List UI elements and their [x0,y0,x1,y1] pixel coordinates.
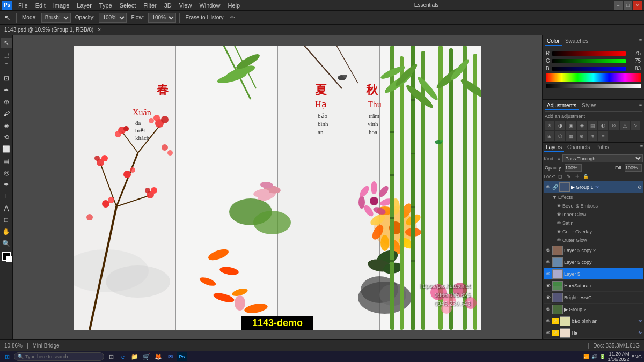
color-spectrum[interactable] [546,73,641,82]
layer5-copy[interactable]: 👁 Layer 5 copy [544,256,643,268]
close-button[interactable]: × [633,1,642,10]
r-bar[interactable] [552,51,626,56]
layer-vis[interactable]: 👁 [545,306,551,313]
lock-all-icon[interactable]: 🔒 [582,173,590,180]
gradient-tool[interactable]: ▤ [1,156,12,166]
photoshop-icon[interactable]: Ps [177,352,187,361]
healing-tool[interactable]: ⊕ [1,97,12,107]
menu-window[interactable]: Window [196,2,223,9]
mail-icon[interactable]: ✉ [165,352,175,361]
bevel-emboss-effect[interactable]: 👁Bevel & Emboss [544,202,643,210]
group2-layer[interactable]: 👁 ▶Group 2 [544,304,643,315]
ha-layer[interactable]: 👁 ⚠ Hạ fx [544,327,643,339]
paths-tab[interactable]: Paths [593,144,611,152]
fill-input[interactable] [625,164,642,172]
hand-tool[interactable]: ✋ [1,226,12,237]
exposure-adj-icon[interactable]: ▤ [588,121,597,130]
outer-glow-effect[interactable]: 👁Outer Glow [544,236,643,245]
type-tool[interactable]: T [1,191,12,202]
b-bar[interactable] [552,67,626,71]
opacity-input[interactable] [565,164,582,172]
menu-layer[interactable]: Layer [74,2,95,9]
taskbar-search-box[interactable]: 🔍 [14,352,104,361]
g-bar[interactable] [552,59,626,63]
kind-icon[interactable]: ≡ [558,156,560,161]
mini-bridge-label[interactable]: Mini Bridge [33,343,60,349]
layer-vis[interactable]: 👁 [545,271,551,277]
group1-b-layer[interactable]: 👁 ▶Group 1 [544,339,643,339]
menu-file[interactable]: File [15,2,31,9]
black-white-adj-icon[interactable]: ∿ [631,121,640,130]
lock-transparent-icon[interactable]: ◻ [557,173,564,180]
opacity-dropdown[interactable]: 100% [99,13,127,23]
menu-view[interactable]: View [176,2,195,9]
group1-layer[interactable]: 👁 🔗 ▶Group 1 fx ⚙ [544,181,643,193]
color-brightness[interactable] [546,84,641,88]
threshold-adj-icon[interactable]: ≡ [598,131,608,141]
lock-paint-icon[interactable]: ✎ [565,173,573,180]
layers-menu[interactable]: ≡ [640,144,643,152]
edge-icon[interactable]: e [118,352,128,361]
swatches-tab[interactable]: Swatches [563,38,590,46]
foreground-color[interactable] [2,252,11,261]
color-tab[interactable]: Color [545,38,562,46]
flow-dropdown[interactable]: 100% [148,13,176,23]
tool-arrow[interactable]: ↖ [2,12,13,23]
zoom-tool[interactable]: 🔍 [1,238,12,249]
task-view-icon[interactable]: ⊡ [106,352,116,361]
layers-tab[interactable]: Layers [544,144,564,152]
channel-mixer-adj-icon[interactable]: ⬡ [555,131,565,141]
menu-edit[interactable]: Edit [32,2,49,9]
color-lookup-adj-icon[interactable]: ▦ [566,131,576,141]
select-tool[interactable]: ⬚ [1,49,12,60]
layer-options[interactable]: ⚙ [638,184,642,190]
hue-saturation-adj[interactable]: 👁 Hue/Saturati... [544,280,643,292]
doc-tab-close[interactable]: × [98,27,101,33]
posterize-adj-icon[interactable]: ≋ [588,131,597,141]
vibrance-adj-icon[interactable]: ◐ [598,121,608,130]
history-tool[interactable]: ⟲ [1,132,12,143]
lock-position-icon[interactable]: ✛ [574,173,581,180]
erase-icon[interactable]: ✏ [228,12,237,23]
lasso-tool[interactable]: ⌒ [1,61,12,72]
inner-glow-effect[interactable]: 👁Inner Glow [544,210,643,219]
photo-filter-adj-icon[interactable]: ⊞ [545,131,554,141]
windows-start-icon[interactable]: ⊞ [2,352,12,361]
menu-type[interactable]: Type [96,2,115,9]
adjustments-menu[interactable]: ≡ [639,102,642,110]
layer5-copy2[interactable]: 👁 Layer 5 copy 2 [544,245,643,256]
invert-adj-icon[interactable]: ⊕ [577,131,587,141]
brightness-contrast-adj[interactable]: 👁 Brightness/C... [544,292,643,304]
menu-image[interactable]: Image [50,2,73,9]
path-tool[interactable]: ⋀ [1,203,12,213]
menu-help[interactable]: Help [225,2,244,9]
mode-dropdown[interactable]: Brush: [41,13,71,23]
pen-tool[interactable]: ✒ [1,179,12,190]
menu-3d[interactable]: 3D [161,2,175,9]
minimize-button[interactable]: − [614,1,623,10]
menu-filter[interactable]: Filter [140,2,159,9]
eraser-tool[interactable]: ⬜ [1,144,12,154]
hue-adj-icon[interactable]: ⊙ [609,121,619,130]
curves-adj-icon[interactable]: ◈ [577,121,587,130]
crop-tool[interactable]: ⊡ [1,73,12,84]
eyedropper-tool[interactable]: ✒ [1,85,12,95]
brush-tool[interactable]: 🖌 [1,108,12,119]
layer5[interactable]: 👁 Layer 5 [544,268,643,280]
layer-vis[interactable]: 👁 [545,259,551,265]
shape-tool[interactable]: □ [1,215,12,225]
color-panel-menu[interactable]: ≡ [639,38,642,46]
layer-vis[interactable]: 👁 [545,294,551,301]
channels-tab[interactable]: Channels [565,144,592,152]
clone-tool[interactable]: ◈ [1,120,12,131]
search-input[interactable] [25,354,100,359]
layer-vis[interactable]: 👁 [545,330,551,336]
levels-adj-icon[interactable]: ▣ [566,121,576,130]
styles-tab[interactable]: Styles [580,102,598,110]
brightness-adj-icon[interactable]: ☀ [545,121,554,130]
layer-visibility-eye[interactable]: 👁 [545,184,551,190]
file-explorer-icon[interactable]: 📁 [130,352,140,361]
firefox-icon[interactable]: 🦊 [153,352,163,361]
move-tool[interactable]: ↖ [1,38,12,48]
maximize-button[interactable]: □ [624,1,632,10]
